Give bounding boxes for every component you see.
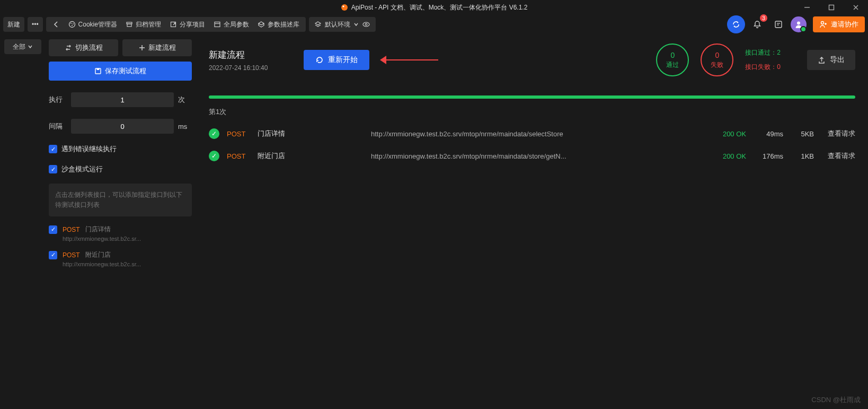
export-button[interactable]: 导出 xyxy=(807,50,855,70)
sync-icon xyxy=(731,20,741,29)
svg-rect-11 xyxy=(127,24,131,27)
api-fail-text: 接口失败：0 xyxy=(745,63,781,72)
result-name: 门店详情 xyxy=(258,129,364,138)
view-request-link[interactable]: 查看请求 xyxy=(821,151,855,161)
method-badge: POST xyxy=(63,226,80,233)
api-list-item[interactable]: ✓ POST 附近门店 http://xmmionegw.test.b2c.sr… xyxy=(49,250,192,267)
cube-icon xyxy=(258,21,265,28)
checkbox-checked-icon: ✓ xyxy=(49,225,57,234)
method-badge: POST xyxy=(63,251,80,259)
api-list-item[interactable]: ✓ POST 门店详情 http://xmmionegw.test.b2c.sr… xyxy=(49,225,192,242)
notification-badge: 3 xyxy=(760,14,767,22)
save-icon xyxy=(94,67,102,75)
global-params-button[interactable]: 全局参数 xyxy=(214,20,249,29)
result-url: http://xmmionegw.test.b2c.srv/mtop/nrme/… xyxy=(371,130,707,138)
app-logo-icon xyxy=(341,4,348,11)
notifications-button[interactable]: 3 xyxy=(748,15,766,33)
params-library-button[interactable]: 参数描述库 xyxy=(258,20,299,29)
layers-icon xyxy=(314,21,322,28)
user-plus-icon xyxy=(819,20,828,29)
svg-point-16 xyxy=(365,23,367,25)
new-button[interactable]: 新建 xyxy=(3,17,24,32)
result-row: ✓ POST 附近门店 http://xmmionegw.test.b2c.sr… xyxy=(209,151,855,161)
result-status: 200 OK xyxy=(714,152,746,160)
new-flow-button[interactable]: 新建流程 xyxy=(122,39,192,56)
sync-button[interactable] xyxy=(727,15,745,33)
chevron-down-icon xyxy=(353,22,359,27)
annotation-arrow xyxy=(380,55,438,65)
restart-button[interactable]: 重新开始 xyxy=(304,50,369,70)
config-sidebar: 切换流程 新建流程 保存测试流程 执行 次 间隔 ms ✓ 遇到错误继续执行 ✓ xyxy=(46,34,198,409)
svg-point-9 xyxy=(72,25,73,26)
filter-all-selector[interactable]: 全部 xyxy=(4,39,41,54)
api-name: 门店详情 xyxy=(85,225,111,234)
api-name: 附近门店 xyxy=(85,250,111,259)
svg-point-8 xyxy=(73,23,74,24)
titlebar: ApiPost - API 文档、调试、Mock、测试一体化协作平台 V6.1.… xyxy=(0,0,868,15)
sandbox-mode-checkbox[interactable]: ✓ 沙盒模式运行 xyxy=(49,164,192,174)
svg-point-15 xyxy=(363,22,369,27)
window-maximize-button[interactable] xyxy=(819,0,844,15)
fail-count-circle: 0 失败 xyxy=(701,43,733,76)
back-button[interactable] xyxy=(52,21,60,28)
result-size: 1KB xyxy=(791,152,814,160)
plus-icon xyxy=(139,45,145,51)
result-name: 附近门店 xyxy=(258,151,364,161)
main-panel: 新建流程 2022-07-24 16:10:40 重新开始 0 通过 0 失败 xyxy=(198,34,868,409)
checkbox-checked-icon: ✓ xyxy=(49,165,57,173)
api-url: http://xmmionegw.test.b2c.sr... xyxy=(63,236,192,242)
exec-label: 执行 xyxy=(49,95,67,105)
archive-button[interactable]: 归档管理 xyxy=(126,20,161,29)
environment-selector[interactable]: 默认环境 xyxy=(309,17,376,32)
svg-rect-25 xyxy=(97,68,100,70)
run-iteration-label: 第1次 xyxy=(209,107,855,117)
window-title: ApiPost - API 文档、调试、Mock、测试一体化协作平台 V6.1.… xyxy=(351,3,528,12)
note-icon xyxy=(774,20,783,29)
notes-button[interactable] xyxy=(769,15,787,33)
svg-rect-17 xyxy=(775,21,782,28)
export-icon xyxy=(818,56,826,64)
toolbar-group: Cookie管理器 归档管理 分享项目 全局参数 参数描述库 xyxy=(46,17,306,32)
result-method: POST xyxy=(227,130,250,138)
flow-timestamp: 2022-07-24 16:10:40 xyxy=(209,64,268,72)
user-avatar[interactable] xyxy=(791,16,807,32)
result-time: 49ms xyxy=(754,130,783,138)
svg-point-7 xyxy=(70,23,72,24)
swap-icon xyxy=(65,44,72,51)
eye-icon xyxy=(362,21,370,28)
exec-count-input[interactable] xyxy=(71,92,174,107)
refresh-icon xyxy=(315,56,324,64)
svg-rect-3 xyxy=(829,5,834,10)
chevron-down-icon xyxy=(28,44,33,49)
watermark: CSDN @杜雨成 xyxy=(811,395,861,405)
share-button[interactable]: 分享项目 xyxy=(170,20,205,29)
view-request-link[interactable]: 查看请求 xyxy=(821,129,855,138)
interval-input[interactable] xyxy=(71,119,174,134)
window-minimize-button[interactable] xyxy=(795,0,819,15)
result-status: 200 OK xyxy=(714,130,746,138)
flow-title: 新建流程 xyxy=(209,49,268,61)
switch-flow-button[interactable]: 切换流程 xyxy=(49,39,118,56)
globals-icon xyxy=(214,21,221,28)
api-pass-text: 接口通过：2 xyxy=(745,48,781,57)
result-url: http://xmmionegw.test.b2c.srv/mtop/nrme/… xyxy=(371,152,707,160)
filter-sidebar: 全部 xyxy=(0,34,46,409)
share-icon xyxy=(170,21,177,28)
success-icon: ✓ xyxy=(209,151,219,161)
svg-point-0 xyxy=(341,4,348,11)
main-toolbar: 新建 ••• Cookie管理器 归档管理 分享项目 全局参数 参数描述库 默认… xyxy=(0,15,868,34)
checkbox-checked-icon: ✓ xyxy=(49,251,57,259)
more-button[interactable]: ••• xyxy=(28,17,43,32)
success-icon: ✓ xyxy=(209,128,219,139)
window-close-button[interactable] xyxy=(844,0,868,15)
hint-text: 点击左侧列表接口，可以添加指定接口到以下待测试接口列表 xyxy=(49,184,192,216)
svg-point-20 xyxy=(797,22,800,25)
pass-count-circle: 0 通过 xyxy=(656,43,689,76)
save-flow-button[interactable]: 保存测试流程 xyxy=(49,62,192,81)
result-row: ✓ POST 门店详情 http://xmmionegw.test.b2c.sr… xyxy=(209,128,855,139)
continue-on-error-checkbox[interactable]: ✓ 遇到错误继续执行 xyxy=(49,144,192,154)
progress-bar xyxy=(209,95,855,99)
cookie-manager-button[interactable]: Cookie管理器 xyxy=(68,20,117,29)
avatar-icon xyxy=(794,20,803,29)
invite-button[interactable]: 邀请协作 xyxy=(813,16,865,32)
